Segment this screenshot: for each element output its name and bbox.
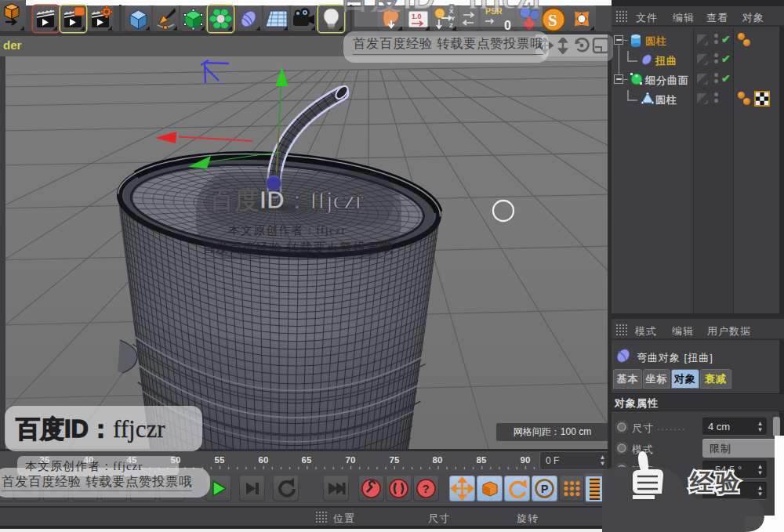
svg-text:55: 55 (215, 455, 225, 465)
svg-text:S: S (548, 11, 557, 30)
svg-text:80: 80 (433, 455, 443, 465)
svg-text:?: ? (423, 482, 430, 495)
svg-text:90: 90 (521, 455, 531, 465)
svg-text:85: 85 (477, 455, 487, 465)
svg-text:65: 65 (302, 455, 312, 465)
svg-text:75: 75 (390, 455, 400, 465)
svg-text:60: 60 (259, 455, 269, 465)
svg-text:70: 70 (346, 455, 356, 465)
svg-text:P: P (541, 483, 548, 495)
